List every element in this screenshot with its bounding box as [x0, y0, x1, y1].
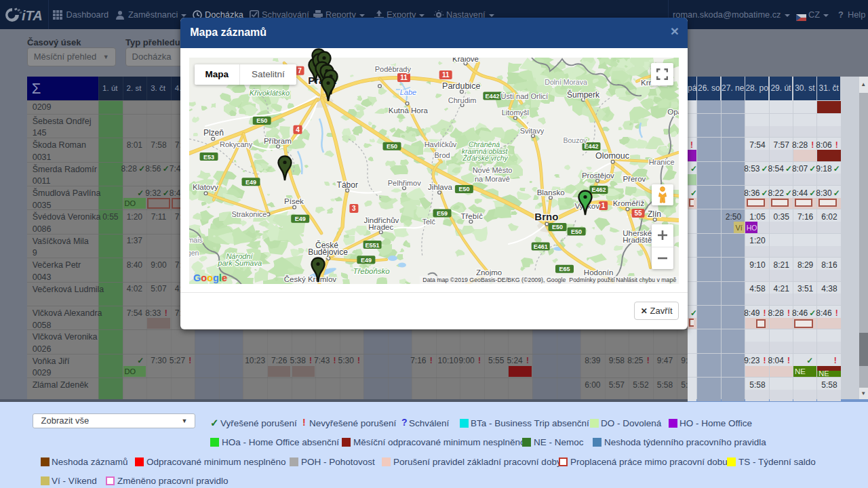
svg-text:Pardubice: Pardubice: [442, 81, 480, 91]
svg-text:E49: E49: [295, 216, 306, 222]
svg-text:Rokycany: Rokycany: [220, 140, 253, 148]
svg-text:mais: mais: [188, 236, 203, 244]
svg-text:Chrudim: Chrudim: [448, 96, 477, 104]
svg-text:Dolní Morava: Dolní Morava: [545, 78, 588, 86]
svg-text:Třeboňsko: Třeboňsko: [353, 267, 391, 275]
svg-text:Nové Město: Nové Město: [473, 166, 513, 174]
svg-text:Žďárské vrchy: Žďárské vrchy: [462, 154, 508, 162]
svg-text:E49: E49: [361, 257, 372, 264]
svg-text:E461: E461: [534, 243, 548, 250]
svg-text:E50: E50: [387, 143, 397, 150]
svg-text:E65: E65: [559, 266, 570, 272]
svg-text:Hranice: Hranice: [649, 159, 675, 167]
svg-text:Český Krumlov: Český Krumlov: [284, 275, 337, 283]
svg-text:Šumperk: Šumperk: [567, 89, 600, 100]
svg-text:Olomouc: Olomouc: [595, 151, 629, 161]
svg-text:Plzeň: Plzeň: [203, 128, 224, 138]
svg-text:Brod: Brod: [435, 151, 450, 159]
svg-text:55: 55: [635, 209, 643, 217]
svg-text:E59: E59: [437, 210, 448, 217]
svg-text:Kutná Hora: Kutná Hora: [389, 106, 429, 115]
svg-text:gen: gen: [187, 249, 199, 257]
svg-text:na Moravě: na Moravě: [475, 175, 510, 183]
svg-text:Třebíč: Třebíč: [461, 212, 484, 220]
svg-text:Znojmo: Znojmo: [476, 268, 502, 277]
svg-text:Hradiště: Hradiště: [623, 236, 652, 244]
svg-text:E50: E50: [552, 224, 563, 231]
svg-text:Budějovice: Budějovice: [308, 247, 348, 257]
svg-text:E50: E50: [256, 118, 267, 125]
svg-text:7: 7: [298, 67, 302, 75]
svg-text:Tábor: Tábor: [337, 180, 358, 190]
svg-text:11: 11: [442, 71, 450, 79]
svg-text:E49: E49: [245, 179, 256, 186]
svg-text:Pelhřimov: Pelhřimov: [388, 179, 421, 187]
svg-text:Křivoklátsko: Křivoklátsko: [250, 89, 290, 97]
svg-text:E442: E442: [486, 93, 500, 100]
svg-text:Brno: Brno: [535, 211, 559, 222]
svg-text:Hodonín: Hodonín: [584, 268, 613, 277]
svg-text:Přerov: Přerov: [623, 175, 646, 183]
svg-text:iTA: iTA: [22, 8, 43, 22]
svg-text:Google: Google: [193, 272, 227, 283]
svg-text:3: 3: [352, 205, 356, 212]
svg-text:E53: E53: [203, 154, 214, 161]
svg-text:E50: E50: [571, 228, 582, 235]
svg-text:E551: E551: [366, 242, 380, 249]
svg-text:Kroměříž: Kroměříž: [613, 199, 645, 207]
svg-text:Labe: Labe: [400, 88, 416, 96]
svg-text:1: 1: [601, 202, 606, 209]
svg-text:Opav: Opav: [668, 108, 687, 116]
svg-text:Svitavy: Svitavy: [520, 127, 545, 135]
svg-text:Havlíčkův: Havlíčkův: [425, 140, 457, 148]
svg-text:4: 4: [296, 126, 300, 134]
svg-text:park Šumava: park Šumava: [218, 259, 262, 267]
svg-text:E462: E462: [592, 187, 606, 194]
svg-text:Zlín: Zlín: [648, 209, 661, 219]
svg-text:Ústí nad Orlicí: Ústí nad Orlicí: [501, 92, 549, 100]
svg-text:Příbram: Příbram: [264, 137, 292, 145]
svg-text:Klatovy: Klatovy: [193, 184, 218, 192]
svg-text:Bouzov: Bouzov: [564, 136, 588, 144]
svg-text:Blansko: Blansko: [537, 188, 565, 197]
svg-text:Písek: Písek: [284, 197, 304, 205]
svg-text:Prostějov: Prostějov: [582, 171, 614, 180]
svg-text:Hradec: Hradec: [368, 223, 393, 231]
svg-text:E50: E50: [459, 186, 470, 193]
svg-text:Telč: Telč: [422, 218, 436, 226]
svg-text:Strakonice: Strakonice: [232, 210, 267, 218]
svg-text:Králové: Králové: [452, 55, 479, 63]
svg-text:11: 11: [400, 74, 408, 81]
svg-text:Litomyšl: Litomyšl: [502, 108, 529, 117]
svg-text:Jihlava: Jihlava: [428, 183, 452, 191]
svg-text:Poděbrady: Poděbrady: [375, 65, 412, 73]
